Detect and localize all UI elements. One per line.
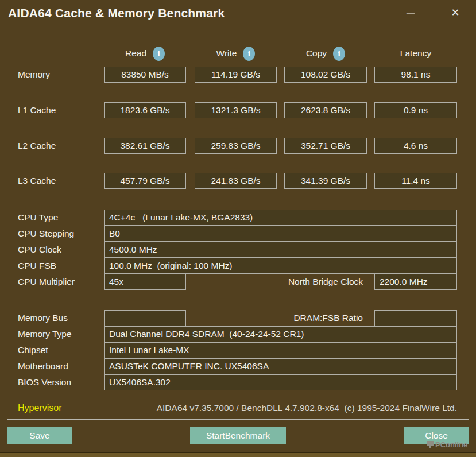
cpu-clock-value: 4500.0 MHz xyxy=(104,242,457,258)
close-icon[interactable]: ✕ xyxy=(446,3,465,22)
memory-write-value: 114.19 GB/s xyxy=(195,67,277,83)
l1-copy-value: 2623.8 GB/s xyxy=(284,102,367,118)
latency-header-label: Latency xyxy=(400,48,431,59)
info-icon[interactable]: i xyxy=(153,47,165,61)
l2-row-label: L2 Cache xyxy=(18,138,56,154)
start-benchmark-button[interactable]: Start Benchmark xyxy=(190,427,286,444)
memory-copy-value: 108.02 GB/s xyxy=(284,67,367,83)
minimize-icon[interactable]: ─ xyxy=(401,3,420,22)
pconline-watermark-text: PConline xyxy=(435,440,467,449)
memory-row-label: Memory xyxy=(18,67,50,83)
l1-row-label: L1 Cache xyxy=(18,102,56,118)
l2-read-value: 382.61 GB/s xyxy=(104,138,186,154)
aida64-benchmark-window: AIDA64 Cache & Memory Benchmark ─ ✕ Read… xyxy=(0,0,476,457)
memory-type-label: Memory Type xyxy=(18,326,72,342)
memory-latency-value: 98.1 ns xyxy=(374,67,457,83)
l2-copy-value: 352.71 GB/s xyxy=(284,138,367,154)
l3-copy-value: 341.39 GB/s xyxy=(284,173,367,189)
motherboard-value: ASUSTeK COMPUTER INC. UX5406SA xyxy=(104,358,457,374)
l2-latency-value: 4.6 ns xyxy=(374,138,457,154)
cpu-fsb-value: 100.0 MHz (original: 100 MHz) xyxy=(104,258,457,274)
pconline-logo-icon xyxy=(427,441,434,448)
north-bridge-clock-value: 2200.0 MHz xyxy=(374,274,457,290)
cpu-multiplier-value: 45x xyxy=(104,274,186,290)
column-header-latency: Latency xyxy=(374,45,457,62)
memory-read-value: 83850 MB/s xyxy=(104,67,186,83)
dram-fsb-ratio-label: DRAM:FSB Ratio xyxy=(197,310,363,326)
read-header-label: Read xyxy=(125,48,146,59)
north-bridge-clock-label: North Bridge Clock xyxy=(197,274,363,290)
l3-write-value: 241.83 GB/s xyxy=(195,173,277,189)
l3-latency-value: 11.4 ns xyxy=(374,173,457,189)
info-icon[interactable]: i xyxy=(333,47,345,61)
window-title: AIDA64 Cache & Memory Benchmark xyxy=(8,6,225,20)
hypervisor-label: Hypervisor xyxy=(18,401,61,415)
cpu-multiplier-label: CPU Multiplier xyxy=(18,274,75,290)
column-header-write: Write i xyxy=(195,45,277,62)
version-text: AIDA64 v7.35.7000 / BenchDLL 4.7.902.8-x… xyxy=(157,401,457,415)
l3-read-value: 457.79 GB/s xyxy=(104,173,186,189)
memory-bus-label: Memory Bus xyxy=(18,310,68,326)
window-bottom-edge xyxy=(0,452,476,457)
chipset-value: Intel Lunar Lake-MX xyxy=(104,342,457,358)
cpu-type-value: 4C+4c (Lunar Lake-MX, BGA2833) xyxy=(104,210,457,226)
memory-type-value: Dual Channel DDR4 SDRAM (40-24-24-52 CR1… xyxy=(104,326,457,342)
l1-write-value: 1321.3 GB/s xyxy=(195,102,277,118)
cpu-stepping-label: CPU Stepping xyxy=(18,226,74,242)
memory-bus-value xyxy=(104,310,186,326)
bios-version-label: BIOS Version xyxy=(18,374,71,390)
cpu-fsb-label: CPU FSB xyxy=(18,258,56,274)
l1-latency-value: 0.9 ns xyxy=(374,102,457,118)
pconline-watermark: PConline xyxy=(427,440,467,449)
info-icon[interactable]: i xyxy=(243,47,255,61)
copy-header-label: Copy xyxy=(306,48,327,59)
column-header-copy: Copy i xyxy=(284,45,367,62)
cpu-type-label: CPU Type xyxy=(18,210,58,226)
l3-row-label: L3 Cache xyxy=(18,173,56,189)
cpu-stepping-value: B0 xyxy=(104,226,457,242)
chipset-label: Chipset xyxy=(18,342,48,358)
cpu-clock-label: CPU Clock xyxy=(18,242,61,258)
l1-read-value: 1823.6 GB/s xyxy=(104,102,186,118)
dram-fsb-ratio-value xyxy=(374,310,457,326)
motherboard-label: Motherboard xyxy=(18,358,68,374)
benchmark-panel: Read i Write i Copy i Latency Memory 838… xyxy=(7,33,469,420)
save-button[interactable]: Save xyxy=(7,427,72,444)
write-header-label: Write xyxy=(216,48,237,59)
column-header-read: Read i xyxy=(104,45,186,62)
l2-write-value: 259.83 GB/s xyxy=(195,138,277,154)
bios-version-value: UX5406SA.302 xyxy=(104,374,457,390)
